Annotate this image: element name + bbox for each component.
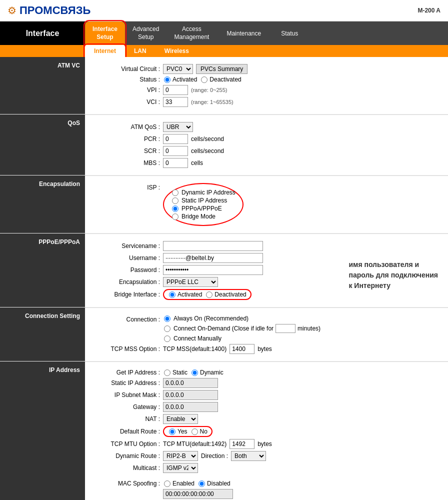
dynamic-route-select[interactable]: RIP2-B RIP1 RIP2-M	[163, 451, 198, 461]
vci-input[interactable]	[163, 97, 188, 107]
idle-time-input[interactable]	[276, 324, 296, 333]
direction-select[interactable]: Both In Only Out Only	[231, 451, 266, 461]
dynamic-radio[interactable]	[192, 370, 198, 376]
static-ip-label: Static IP Address :	[95, 380, 160, 386]
connect-manually-radio[interactable]	[164, 336, 170, 342]
pvcs-summary-btn[interactable]: PVCs Summary	[196, 64, 248, 74]
status-deactivated-label[interactable]: Deactivated	[200, 76, 241, 83]
get-ip-label: Get IP Address :	[95, 369, 160, 376]
bridge-activated-label[interactable]: Activated	[168, 291, 202, 298]
bridge-deactivated-label[interactable]: Deactivated	[205, 291, 246, 298]
status-activated-radio[interactable]	[164, 76, 170, 83]
vpi-input[interactable]	[163, 85, 188, 95]
status-activated-label[interactable]: Activated	[163, 76, 197, 83]
static-radio[interactable]	[164, 370, 170, 376]
connection-row: Connection : Always On (Recommended) Con…	[95, 315, 438, 342]
pppoe-annotation: имя пользователя и пароль для подключени…	[348, 239, 438, 302]
servicename-input[interactable]	[163, 241, 263, 251]
bridge-activated-radio[interactable]	[169, 292, 176, 298]
gateway-row: Gateway :	[95, 402, 438, 412]
nat-select[interactable]: Enable Disable	[163, 414, 198, 424]
qos-section: QoS ATM QoS : UBR PCR : cells/second SCR…	[0, 114, 448, 175]
scr-input[interactable]	[163, 146, 188, 156]
pcr-input[interactable]	[163, 134, 188, 144]
static-ip-label[interactable]: Static IP Address	[171, 197, 236, 204]
tcp-mtu-unit: bytes	[258, 440, 272, 448]
tab-interface-setup[interactable]: Interface Setup	[85, 22, 125, 45]
vpi-label: VPI :	[95, 86, 160, 94]
no-radio[interactable]	[192, 428, 198, 435]
connection-setting-body: Connection : Always On (Recommended) Con…	[85, 308, 448, 361]
pppoa-pppoe-label[interactable]: PPPoA/PPPoE	[171, 205, 236, 212]
sub-tab-internet[interactable]: Internet	[85, 45, 125, 57]
multicast-row: Multicast : IGMP v2 IGMP v1 Disabled	[95, 463, 438, 473]
dynamic-ip-radio[interactable]	[172, 190, 178, 196]
virtual-circuit-label: Virtual Circuit :	[95, 66, 160, 72]
virtual-circuit-select[interactable]: PVC0	[163, 64, 193, 74]
dynamic-radio-label[interactable]: Dynamic	[190, 369, 224, 376]
subnet-mask-input[interactable]	[163, 390, 218, 400]
nav-interface: Interface	[0, 22, 85, 45]
mac-enabled-label[interactable]: Enabled	[163, 480, 194, 487]
connect-on-demand-radio[interactable]	[164, 326, 170, 332]
encap-label: Encapsulation :	[95, 278, 160, 286]
mac-disabled-radio[interactable]	[198, 480, 205, 487]
yes-radio[interactable]	[169, 428, 176, 435]
vci-label: VCI :	[95, 98, 160, 106]
username-input[interactable]	[163, 253, 263, 263]
gateway-input[interactable]	[163, 402, 218, 412]
dynamic-ip-label[interactable]: Dynamic IP Address	[171, 189, 236, 196]
isp-label: ISP :	[95, 183, 160, 191]
ip-address-label: IP Address	[0, 362, 85, 500]
subnet-mask-row: IP Subnet Mask :	[95, 390, 438, 400]
mac-spoofing-label: MAC Spoofing :	[95, 480, 160, 487]
bridge-mode-radio[interactable]	[172, 214, 178, 220]
always-on-radio[interactable]	[164, 316, 170, 322]
static-radio-label[interactable]: Static	[163, 369, 188, 376]
pppoe-label: PPPoE/PPPoA	[0, 234, 85, 307]
connect-manually-label[interactable]: Connect Manually	[163, 335, 320, 342]
no-radio-label[interactable]: No	[190, 428, 208, 435]
yes-radio-label[interactable]: Yes	[168, 428, 188, 435]
tab-access-management[interactable]: Access Management	[166, 22, 216, 45]
status-deactivated-radio[interactable]	[201, 76, 208, 83]
mbs-input[interactable]	[163, 158, 188, 168]
bridge-deactivated-radio[interactable]	[206, 292, 212, 298]
username-row: Username :	[95, 253, 338, 263]
mac-address-input[interactable]: 00:00:00:00:00:00	[163, 489, 233, 499]
status-row: Status : Activated Deactivated	[95, 76, 438, 83]
vpi-range: (range: 0~255)	[191, 87, 227, 93]
subnet-mask-label: IP Subnet Mask :	[95, 392, 160, 398]
sub-tab-lan[interactable]: LAN	[125, 45, 156, 57]
sub-nav: Internet LAN Wireless	[0, 45, 448, 57]
encapsulation-body: ISP : Dynamic IP Address Static IP Addre…	[85, 176, 448, 233]
tcp-mtu-input[interactable]	[230, 439, 254, 449]
encap-select[interactable]: PPPoE LLC	[163, 277, 218, 287]
tab-status[interactable]: Status	[271, 22, 308, 45]
tcp-mss-input[interactable]	[230, 344, 254, 354]
connect-on-demand-label[interactable]: Connect On-Demand (Close if idle for min…	[163, 324, 320, 333]
password-input[interactable]	[163, 265, 263, 275]
static-ip-radio[interactable]	[172, 198, 178, 204]
qos-label: QoS	[0, 114, 85, 175]
mac-disabled-label[interactable]: Disabled	[198, 480, 230, 487]
bridge-mode-label[interactable]: Bridge Mode	[171, 213, 236, 220]
multicast-label: Multicast :	[95, 464, 160, 472]
vci-row: VCI : (range: 1~65535)	[95, 97, 438, 107]
nat-label: NAT :	[95, 416, 160, 422]
sub-tab-wireless[interactable]: Wireless	[156, 45, 198, 57]
isp-options: Dynamic IP Address Static IP Address PPP…	[163, 183, 244, 226]
default-route-row: Default Route : Yes No	[95, 426, 438, 437]
mac-enabled-radio[interactable]	[164, 480, 170, 487]
atm-qos-select[interactable]: UBR	[163, 122, 193, 132]
nav-bar: Interface Interface Setup Advanced Setup…	[0, 22, 448, 45]
always-on-label[interactable]: Always On (Recommended)	[163, 315, 320, 322]
tab-advanced-setup[interactable]: Advanced Setup	[125, 22, 166, 45]
mac-address-row: 00:00:00:00:00:00	[95, 489, 438, 499]
pppoa-pppoe-radio[interactable]	[172, 206, 178, 212]
tab-maintenance[interactable]: Maintenance	[216, 22, 271, 45]
connection-setting-label: Connection Setting	[0, 308, 85, 361]
multicast-select[interactable]: IGMP v2 IGMP v1 Disabled	[163, 463, 198, 473]
mbs-unit: cells	[191, 160, 203, 166]
static-ip-input[interactable]	[163, 378, 218, 388]
